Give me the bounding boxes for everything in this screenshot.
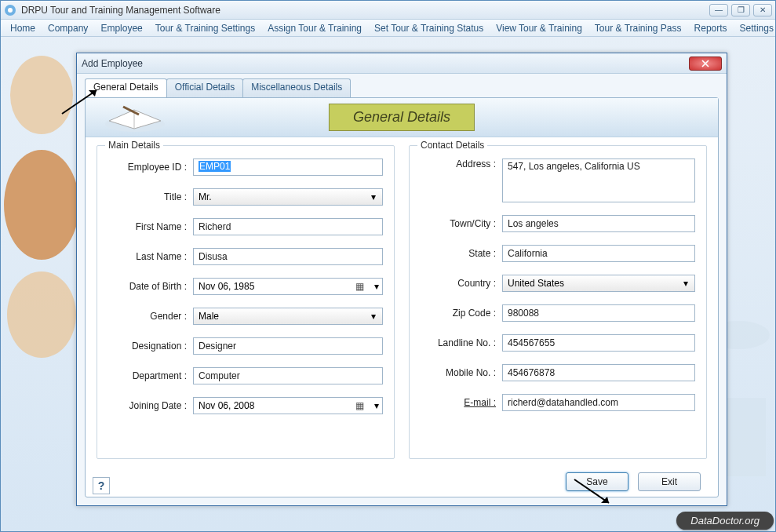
country-combo[interactable]: United States▾ — [502, 275, 695, 292]
tabs: General Details Official Details Miscell… — [85, 78, 719, 97]
exit-button[interactable]: Exit — [638, 472, 701, 491]
svg-point-4 — [7, 271, 76, 358]
tab-general-details[interactable]: General Details — [85, 78, 167, 97]
country-label: Country : — [421, 278, 502, 289]
mobile-label: Mobile No. : — [421, 367, 502, 378]
zip-label: Zip Code : — [421, 308, 502, 319]
background-illustration-left — [2, 48, 81, 362]
menu-reports[interactable]: Reports — [688, 21, 734, 35]
town-input[interactable] — [502, 215, 695, 232]
panel-banner: General Details — [329, 104, 475, 131]
add-employee-dialog: Add Employee General Details Official De… — [76, 53, 727, 506]
chevron-down-icon: ▾ — [368, 191, 379, 202]
menu-assign-tour-training[interactable]: Assign Tour & Training — [261, 21, 368, 35]
title-bar: DRPU Tour and Training Management Softwa… — [1, 1, 775, 20]
form-area: Main Details Employee ID : EMP01 Title :… — [86, 137, 718, 467]
dialog-title-bar: Add Employee — [77, 53, 727, 74]
last-name-input[interactable] — [193, 248, 383, 265]
tab-panel: General Details Main Details Employee ID… — [85, 97, 719, 497]
save-button[interactable]: Save — [566, 472, 628, 491]
app-icon — [4, 4, 16, 16]
last-name-label: Last Name : — [108, 251, 193, 262]
main-window: DRPU Tour and Training Management Softwa… — [0, 0, 776, 532]
designation-label: Designation : — [108, 341, 193, 352]
dialog-footer: Save Exit — [86, 467, 718, 497]
zip-input[interactable] — [502, 304, 695, 322]
designation-input[interactable] — [193, 337, 383, 355]
menu-bar: Home Company Employee Tour & Training Se… — [1, 20, 775, 37]
menu-tour-training-pass[interactable]: Tour & Training Pass — [588, 21, 688, 35]
minimize-button[interactable]: ― — [709, 4, 728, 16]
address-label: Address : — [421, 159, 502, 169]
department-input[interactable] — [193, 367, 383, 384]
menu-home[interactable]: Home — [4, 21, 42, 35]
gender-label: Gender : — [108, 311, 193, 322]
first-name-input[interactable] — [193, 218, 383, 235]
tab-miscellaneous-details[interactable]: Miscellaneous Details — [242, 78, 351, 97]
joining-date-label: Joining Date : — [108, 400, 193, 411]
calendar-icon: ▦ — [355, 400, 366, 411]
menu-view-tour-training[interactable]: View Tour & Training — [490, 21, 588, 35]
contact-details-legend: Contact Details — [417, 140, 487, 151]
mobile-input[interactable] — [502, 364, 695, 381]
menu-settings[interactable]: Settings — [734, 21, 776, 35]
window-buttons: ― ❐ ✕ — [709, 4, 772, 16]
email-label[interactable]: E-mail : — [421, 397, 502, 408]
svg-point-3 — [4, 150, 79, 260]
department-label: Department : — [108, 370, 193, 381]
employee-id-label: Employee ID : — [108, 162, 193, 173]
calendar-icon: ▦ — [355, 281, 366, 292]
dialog-close-button[interactable] — [689, 56, 722, 71]
address-input[interactable] — [502, 159, 695, 202]
help-button[interactable]: ? — [93, 477, 110, 494]
chevron-down-icon: ▾ — [374, 281, 379, 292]
title-label: Title : — [108, 191, 193, 202]
menu-set-status[interactable]: Set Tour & Training Status — [368, 21, 490, 35]
svg-point-2 — [10, 56, 73, 134]
town-label: Town/City : — [421, 218, 502, 229]
menu-company[interactable]: Company — [42, 21, 94, 35]
dob-label: Date of Birth : — [108, 281, 193, 292]
state-input[interactable] — [502, 245, 695, 262]
chevron-down-icon: ▾ — [374, 400, 379, 411]
app-title: DRPU Tour and Training Management Softwa… — [21, 5, 220, 16]
chevron-down-icon: ▾ — [368, 311, 379, 322]
contact-details-group: Contact Details Address : Town/City : St… — [409, 145, 707, 459]
dob-datepicker[interactable]: Nov 06, 1985▦▾ — [193, 278, 383, 295]
notebook-icon — [100, 102, 170, 133]
dialog-body: General Details Official Details Miscell… — [77, 74, 727, 505]
dialog-title: Add Employee — [82, 58, 143, 69]
tab-header: General Details — [86, 98, 718, 137]
svg-point-1 — [8, 8, 13, 13]
email-input[interactable] — [502, 394, 695, 411]
joining-date-datepicker[interactable]: Nov 06, 2008▦▾ — [193, 397, 383, 414]
gender-combo[interactable]: Male▾ — [193, 308, 383, 325]
chevron-down-icon: ▾ — [680, 278, 691, 289]
landline-label: Landline No. : — [421, 337, 502, 348]
first-name-label: First Name : — [108, 221, 193, 232]
main-details-group: Main Details Employee ID : EMP01 Title :… — [97, 145, 395, 459]
title-combo[interactable]: Mr.▾ — [193, 188, 383, 206]
main-details-legend: Main Details — [105, 140, 163, 151]
maximize-button[interactable]: ❐ — [731, 4, 750, 16]
menu-employee[interactable]: Employee — [94, 21, 148, 35]
landline-input[interactable] — [502, 334, 695, 352]
watermark: DataDoctor.org — [676, 512, 774, 530]
employee-id-input[interactable]: EMP01 — [193, 159, 383, 176]
tab-official-details[interactable]: Official Details — [166, 78, 243, 97]
menu-tour-training-settings[interactable]: Tour & Training Settings — [149, 21, 261, 35]
close-button[interactable]: ✕ — [753, 4, 772, 16]
state-label: State : — [421, 248, 502, 259]
